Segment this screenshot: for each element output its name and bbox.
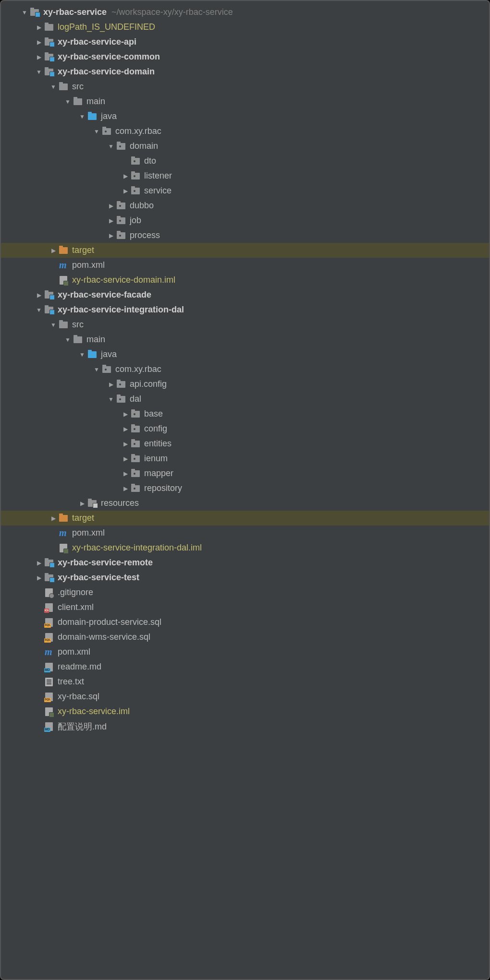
chevron-right-icon[interactable] bbox=[35, 292, 43, 299]
tree-row[interactable]: mpom.xml bbox=[1, 258, 489, 273]
tree-row[interactable]: src bbox=[1, 317, 489, 332]
tree-row[interactable]: src bbox=[1, 79, 489, 94]
tree-row[interactable]: dubbo bbox=[1, 198, 489, 213]
chevron-right-icon[interactable] bbox=[121, 470, 130, 477]
chevron-down-icon[interactable] bbox=[49, 84, 58, 90]
tree-item-label: base bbox=[144, 409, 163, 419]
tree-row[interactable]: xy-rbac-service-common bbox=[1, 49, 489, 64]
tree-item-label: xy-rbac-service-facade bbox=[58, 290, 151, 300]
tree-row[interactable]: mapper bbox=[1, 466, 489, 481]
chevron-right-icon[interactable] bbox=[35, 39, 43, 46]
chevron-down-icon[interactable] bbox=[63, 98, 72, 105]
tree-item-label: com.xy.rbac bbox=[115, 364, 161, 374]
chevron-down-icon[interactable] bbox=[63, 336, 72, 343]
chevron-down-icon[interactable] bbox=[78, 113, 86, 120]
tree-item-label: src bbox=[72, 82, 84, 92]
tree-row[interactable]: process bbox=[1, 228, 489, 243]
chevron-down-icon[interactable] bbox=[35, 307, 43, 313]
chevron-right-icon[interactable] bbox=[35, 574, 43, 581]
tree-row[interactable]: listener bbox=[1, 168, 489, 183]
tree-row[interactable]: tree.txt bbox=[1, 674, 489, 689]
chevron-right-icon[interactable] bbox=[121, 426, 130, 432]
tree-row[interactable]: domain-wms-service.sql bbox=[1, 630, 489, 645]
tree-row[interactable]: xy-rbac-service-domain bbox=[1, 64, 489, 79]
tree-row[interactable]: xy-rbac.sql bbox=[1, 689, 489, 704]
tree-row[interactable]: mpom.xml bbox=[1, 526, 489, 540]
tree-row[interactable]: xy-rbac-service-test bbox=[1, 570, 489, 585]
chevron-right-icon[interactable] bbox=[121, 411, 130, 418]
tree-item-label: xy-rbac.sql bbox=[58, 692, 99, 702]
tree-row[interactable]: ienum bbox=[1, 451, 489, 466]
tree-row[interactable]: api.config bbox=[1, 377, 489, 392]
tree-row[interactable]: xy-rbac-service-domain.iml bbox=[1, 273, 489, 287]
gitignore-icon bbox=[44, 588, 54, 598]
tree-row[interactable]: client.xml bbox=[1, 600, 489, 615]
tree-item-label: xy-rbac-service-api bbox=[58, 37, 136, 47]
chevron-right-icon[interactable] bbox=[78, 500, 86, 507]
tree-row[interactable]: target bbox=[1, 243, 489, 258]
chevron-down-icon[interactable] bbox=[107, 396, 115, 403]
chevron-right-icon[interactable] bbox=[121, 188, 130, 194]
tree-row[interactable]: xy-rbac-service-integration-dal bbox=[1, 302, 489, 317]
tree-item-label: entities bbox=[144, 439, 172, 449]
tree-row[interactable]: logPath_IS_UNDEFINED bbox=[1, 20, 489, 35]
chevron-right-icon[interactable] bbox=[121, 441, 130, 447]
tree-row[interactable]: target bbox=[1, 511, 489, 526]
chevron-down-icon[interactable] bbox=[20, 9, 29, 16]
tree-row[interactable]: dal bbox=[1, 392, 489, 406]
tree-row[interactable]: xy-rbac-service-remote bbox=[1, 555, 489, 570]
tree-item-label: repository bbox=[144, 483, 182, 493]
tree-row[interactable]: com.xy.rbac bbox=[1, 124, 489, 139]
tree-row[interactable]: xy-rbac-service-facade bbox=[1, 287, 489, 302]
tree-row[interactable]: mpom.xml bbox=[1, 645, 489, 659]
tree-row[interactable]: xy-rbac-service-api bbox=[1, 35, 489, 49]
chevron-right-icon[interactable] bbox=[49, 247, 58, 254]
tree-row[interactable]: .gitignore bbox=[1, 585, 489, 600]
chevron-right-icon[interactable] bbox=[35, 54, 43, 60]
tree-row[interactable]: java bbox=[1, 109, 489, 124]
folder-grey-icon bbox=[73, 335, 83, 345]
chevron-right-icon[interactable] bbox=[121, 173, 130, 179]
chevron-right-icon[interactable] bbox=[107, 232, 115, 239]
tree-row[interactable]: job bbox=[1, 213, 489, 228]
chevron-down-icon[interactable] bbox=[35, 69, 43, 75]
folder-grey-icon bbox=[44, 23, 54, 32]
tree-row[interactable]: base bbox=[1, 406, 489, 421]
tree-row[interactable]: repository bbox=[1, 481, 489, 496]
xml-icon bbox=[44, 603, 54, 612]
chevron-down-icon[interactable] bbox=[49, 322, 58, 328]
package-icon bbox=[131, 454, 140, 464]
chevron-right-icon[interactable] bbox=[49, 515, 58, 522]
chevron-right-icon[interactable] bbox=[35, 560, 43, 566]
tree-row[interactable]: xy-rbac-service-integration-dal.iml bbox=[1, 540, 489, 555]
sql-icon bbox=[44, 692, 54, 702]
tree-row[interactable]: resources bbox=[1, 496, 489, 511]
chevron-down-icon[interactable] bbox=[107, 143, 115, 150]
chevron-right-icon[interactable] bbox=[35, 24, 43, 31]
tree-item-label: target bbox=[72, 513, 94, 523]
chevron-down-icon[interactable] bbox=[92, 128, 101, 135]
tree-row[interactable]: xy-rbac-service.iml bbox=[1, 704, 489, 719]
tree-row[interactable]: main bbox=[1, 332, 489, 347]
tree-item-label: api.config bbox=[130, 379, 167, 389]
chevron-down-icon[interactable] bbox=[78, 351, 86, 358]
chevron-right-icon[interactable] bbox=[107, 217, 115, 224]
tree-row[interactable]: java bbox=[1, 347, 489, 362]
chevron-right-icon[interactable] bbox=[107, 203, 115, 209]
iml-icon bbox=[59, 543, 68, 553]
tree-row[interactable]: service bbox=[1, 183, 489, 198]
tree-row[interactable]: dto bbox=[1, 154, 489, 168]
tree-row[interactable]: xy-rbac-service~/workspace-xy/xy-rbac-se… bbox=[1, 5, 489, 20]
tree-row[interactable]: readme.md bbox=[1, 659, 489, 674]
chevron-right-icon[interactable] bbox=[121, 455, 130, 462]
chevron-down-icon[interactable] bbox=[92, 366, 101, 373]
chevron-right-icon[interactable] bbox=[107, 381, 115, 388]
chevron-right-icon[interactable] bbox=[121, 485, 130, 492]
tree-row[interactable]: com.xy.rbac bbox=[1, 362, 489, 377]
tree-row[interactable]: entities bbox=[1, 436, 489, 451]
tree-row[interactable]: domain-product-service.sql bbox=[1, 615, 489, 630]
tree-row[interactable]: domain bbox=[1, 139, 489, 154]
tree-row[interactable]: main bbox=[1, 94, 489, 109]
tree-row[interactable]: config bbox=[1, 421, 489, 436]
tree-row[interactable]: 配置说明.md bbox=[1, 719, 489, 734]
